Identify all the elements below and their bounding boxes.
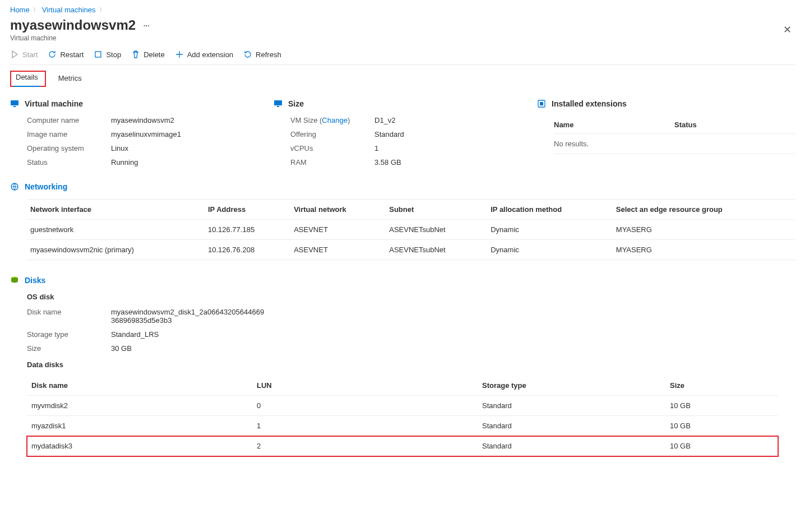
net-col-5: Select an edge resource group xyxy=(613,200,795,220)
vm-v-1: myaselinuxvmimage1 xyxy=(111,130,262,138)
add-ext-label: Add extension xyxy=(187,50,233,59)
net-col-4: IP allocation method xyxy=(487,200,613,220)
svg-rect-0 xyxy=(95,52,101,57)
ext-col-name: Name xyxy=(554,121,674,129)
net-col-3: Subnet xyxy=(386,200,487,220)
globe-icon xyxy=(10,182,19,191)
chevron-right-icon: 〉 xyxy=(33,6,39,14)
networking-title[interactable]: Networking xyxy=(25,182,67,191)
table-row[interactable]: myazdisk1 1 Standard 10 GB xyxy=(27,416,778,436)
networking-table: Network interface IP Address Virtual net… xyxy=(27,199,795,260)
osdisk-k-0: Disk name xyxy=(27,308,111,325)
osdisk-v-0: myasewindowsvm2_disk1_2a0664320564466936… xyxy=(111,308,268,325)
extensions-section: Installed extensions Name Status No resu… xyxy=(537,99,795,166)
vm-k-1: Image name xyxy=(27,130,111,138)
networking-section: Networking Network interface IP Address … xyxy=(10,182,795,260)
svg-rect-2 xyxy=(13,106,16,107)
size-v-1: 1 xyxy=(374,144,526,152)
net-col-0: Network interface xyxy=(27,200,205,220)
refresh-button[interactable]: Refresh xyxy=(243,50,281,59)
size-vmsize-v: D1_v2 xyxy=(374,116,526,124)
dd-col-0: Disk name xyxy=(27,376,252,396)
start-button: Start xyxy=(10,50,38,59)
add-extension-button[interactable]: Add extension xyxy=(175,50,233,59)
table-row[interactable]: myvmdisk2 0 Standard 10 GB xyxy=(27,396,778,416)
ext-col-status: Status xyxy=(674,121,795,129)
vm-section-title: Virtual machine xyxy=(25,99,83,108)
monitor-icon xyxy=(274,99,283,108)
monitor-icon xyxy=(10,99,19,108)
command-toolbar: Start Restart Stop Delete Add extension … xyxy=(10,50,795,65)
disks-section: Disks OS disk Disk name myasewindowsvm2_… xyxy=(10,276,795,456)
os-disk-header: OS disk xyxy=(27,293,795,301)
delete-label: Delete xyxy=(144,50,165,59)
vm-k-2: Operating system xyxy=(27,144,111,152)
vm-section: Virtual machine Computer name myasewindo… xyxy=(10,99,262,166)
page-subtitle: Virtual machine xyxy=(10,34,150,42)
extension-icon xyxy=(537,99,546,108)
data-disks-table: Disk name LUN Storage type Size myvmdisk… xyxy=(27,376,778,456)
restart-label: Restart xyxy=(60,50,84,59)
breadcrumb-home[interactable]: Home xyxy=(10,6,30,14)
svg-rect-3 xyxy=(274,100,282,105)
net-col-1: IP Address xyxy=(205,200,290,220)
ext-section-title: Installed extensions xyxy=(552,99,627,108)
more-button[interactable]: ··· xyxy=(144,21,150,30)
stop-button[interactable]: Stop xyxy=(94,50,121,59)
osdisk-v-2: 30 GB xyxy=(111,344,268,353)
change-size-link[interactable]: Change xyxy=(322,116,348,124)
chevron-right-icon: 〉 xyxy=(99,6,105,14)
size-vmsize-k: VM Size (Change) xyxy=(290,116,374,124)
size-section: Size VM Size (Change) D1_v2 Offering Sta… xyxy=(274,99,526,166)
dd-col-1: LUN xyxy=(252,376,478,396)
play-icon xyxy=(10,50,19,59)
stop-icon xyxy=(94,50,103,59)
table-row[interactable]: myasewindowsvm2nic (primary) 10.126.76.2… xyxy=(27,240,795,260)
vm-v-3: Running xyxy=(111,158,262,166)
restart-icon xyxy=(48,50,57,59)
close-button[interactable]: ✕ xyxy=(780,20,795,39)
dd-col-3: Size xyxy=(665,376,778,396)
table-row-highlighted[interactable]: mydatadisk3 2 Standard 10 GB xyxy=(27,436,778,456)
disk-icon xyxy=(10,276,19,285)
osdisk-k-2: Size xyxy=(27,344,111,353)
size-k-1: vCPUs xyxy=(290,144,374,152)
size-k-0: Offering xyxy=(290,130,374,138)
disks-title[interactable]: Disks xyxy=(25,276,45,285)
svg-rect-1 xyxy=(11,100,18,105)
size-k-2: RAM xyxy=(290,158,374,166)
size-v-0: Standard xyxy=(374,130,526,138)
osdisk-v-1: Standard_LRS xyxy=(111,330,268,339)
size-section-title: Size xyxy=(288,99,304,108)
svg-rect-4 xyxy=(277,106,279,107)
refresh-icon xyxy=(243,50,252,59)
trash-icon xyxy=(131,50,140,59)
vm-v-2: Linux xyxy=(111,144,262,152)
breadcrumb-vms[interactable]: Virtual machines xyxy=(42,6,96,14)
stop-label: Stop xyxy=(106,50,121,59)
vm-v-0: myasewindowsvm2 xyxy=(111,116,262,124)
data-disks-header: Data disks xyxy=(27,360,795,369)
restart-button[interactable]: Restart xyxy=(48,50,84,59)
vm-k-0: Computer name xyxy=(27,116,111,124)
tab-metrics[interactable]: Metrics xyxy=(56,71,84,87)
ext-empty: No results. xyxy=(554,134,795,154)
net-col-2: Virtual network xyxy=(290,200,386,220)
refresh-label: Refresh xyxy=(256,50,281,59)
page-title: myasewindowsvm2 xyxy=(10,17,136,33)
vm-k-3: Status xyxy=(27,158,111,166)
table-row[interactable]: guestnetwork 10.126.77.185 ASEVNET ASEVN… xyxy=(27,220,795,240)
plus-icon xyxy=(175,50,184,59)
delete-button[interactable]: Delete xyxy=(131,50,165,59)
breadcrumb: Home 〉 Virtual machines 〉 xyxy=(10,6,795,14)
dd-col-2: Storage type xyxy=(478,376,665,396)
tab-details[interactable]: Details xyxy=(13,70,40,87)
tabs: Details Metrics xyxy=(10,71,795,87)
svg-rect-6 xyxy=(540,102,543,105)
start-label: Start xyxy=(22,50,38,59)
osdisk-k-1: Storage type xyxy=(27,330,111,339)
size-v-2: 3.58 GB xyxy=(374,158,526,166)
